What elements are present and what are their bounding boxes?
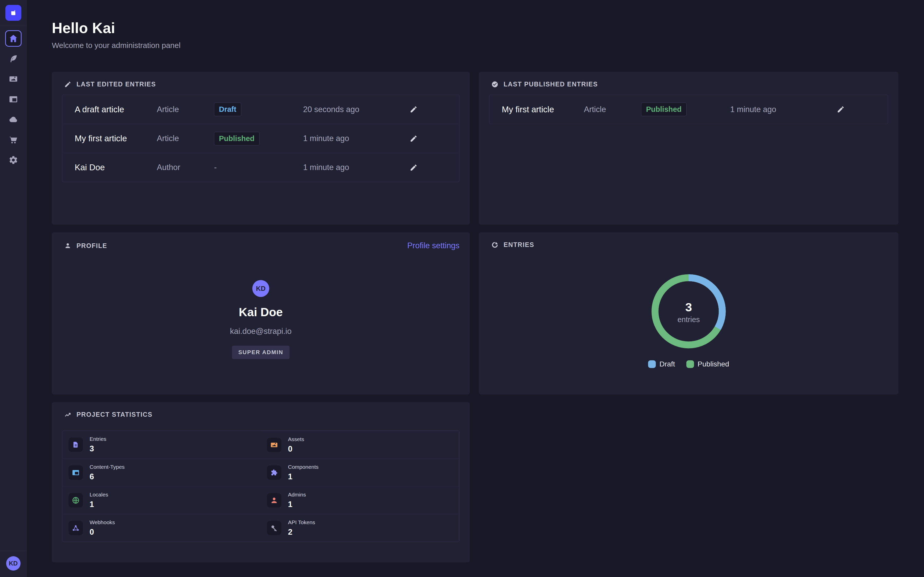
profile-header: PROFILE Profile settings xyxy=(62,241,459,250)
stat-value: 3 xyxy=(90,444,106,453)
role-badge: SUPER ADMIN xyxy=(232,346,289,359)
table-row[interactable]: My first article Article Published 1 min… xyxy=(62,124,459,153)
entry-kind: Article xyxy=(157,134,214,143)
stat-label: Admins xyxy=(288,492,306,498)
stat-icon-box xyxy=(267,438,281,452)
entry-title: Kai Doe xyxy=(75,163,157,172)
sidebar-item-marketplace[interactable] xyxy=(5,132,21,148)
stat-text: API Tokens 2 xyxy=(288,519,315,537)
sidebar-item-settings[interactable] xyxy=(5,152,21,168)
sidebar-item-content-type-builder[interactable] xyxy=(5,91,21,108)
profile-name: Kai Doe xyxy=(239,305,283,319)
sidebar-item-content-manager[interactable] xyxy=(5,50,21,67)
webhooks-stat-icon xyxy=(72,524,80,532)
entries-panel: ENTRIES 3 entries Draft xyxy=(479,232,898,395)
last-edited-table: A draft article Article Draft 20 seconds… xyxy=(62,95,459,182)
entry-status-cell: - xyxy=(214,163,303,172)
stat-text: Admins 1 xyxy=(288,492,306,509)
entry-time: 1 minute ago xyxy=(730,105,837,114)
stat-cell: Assets 0 xyxy=(261,431,459,459)
stat-label: Webhooks xyxy=(90,519,115,525)
assets-stat-icon xyxy=(270,441,278,449)
page-subtitle: Welcome to your administration panel xyxy=(52,41,898,50)
feather-icon xyxy=(8,54,18,64)
content-types-stat-icon xyxy=(72,469,80,477)
images-icon xyxy=(8,74,18,84)
stat-label: Entries xyxy=(90,436,106,442)
legend-label: Published xyxy=(698,360,729,368)
table-row[interactable]: A draft article Article Draft 20 seconds… xyxy=(62,95,459,124)
entries-donut-chart: 3 entries xyxy=(650,273,727,351)
edit-entry-button[interactable] xyxy=(410,164,459,172)
pencil-icon xyxy=(410,135,418,143)
sidebar-item-cloud[interactable] xyxy=(5,111,21,128)
legend-label: Draft xyxy=(659,360,675,368)
panel-title: LAST EDITED ENTRIES xyxy=(76,81,156,88)
stat-icon-box xyxy=(68,466,83,480)
legend-chip xyxy=(648,360,656,368)
entry-time: 20 seconds ago xyxy=(303,105,410,114)
stat-cell: API Tokens 2 xyxy=(261,514,459,542)
stat-icon-box xyxy=(267,466,281,480)
stat-text: Content-Types 6 xyxy=(90,464,125,481)
profile-body: KD Kai Doe kai.doe@strapi.io SUPER ADMIN xyxy=(62,280,459,359)
stat-text: Assets 0 xyxy=(288,436,304,454)
stat-text: Locales 1 xyxy=(90,492,108,509)
page-header: Hello Kai Welcome to your administration… xyxy=(52,19,898,50)
panel-title: LAST PUBLISHED ENTRIES xyxy=(504,81,598,88)
table-row[interactable]: My first article Article Published 1 min… xyxy=(489,95,888,124)
last-published-table: My first article Article Published 1 min… xyxy=(489,95,888,124)
entry-status-cell: Draft xyxy=(214,103,303,116)
trending-up-icon xyxy=(64,411,71,418)
legend-item-Published: Published xyxy=(687,360,729,368)
home-icon xyxy=(8,34,18,44)
stat-cell: Components 1 xyxy=(261,459,459,486)
edit-entry-button[interactable] xyxy=(410,105,459,113)
edit-entry-button[interactable] xyxy=(410,135,459,143)
stat-icon-box xyxy=(68,521,83,535)
cloud-icon xyxy=(8,114,18,124)
donut-label: entries xyxy=(677,316,699,324)
profile-panel: PROFILE Profile settings KD Kai Doe kai.… xyxy=(52,232,470,395)
chart-icon xyxy=(491,241,498,248)
user-icon xyxy=(64,242,71,249)
user-avatar[interactable]: KD xyxy=(6,556,21,571)
stat-value: 0 xyxy=(288,445,304,454)
legend-chip xyxy=(687,360,694,368)
stat-text: Entries 3 xyxy=(90,436,106,453)
donut-value: 3 xyxy=(685,300,692,314)
panel-title: PROJECT STATISTICS xyxy=(76,411,152,418)
stat-value: 1 xyxy=(90,500,108,509)
stat-text: Components 1 xyxy=(288,464,318,481)
stats-grid: Entries 3 Assets 0 xyxy=(62,430,459,542)
stat-text: Webhooks 0 xyxy=(90,519,115,537)
sidebar-nav xyxy=(5,26,21,168)
entry-title: A draft article xyxy=(75,105,157,114)
entries-header: ENTRIES xyxy=(489,241,888,248)
api-tokens-stat-icon xyxy=(270,524,278,532)
status-badge: Published xyxy=(641,103,687,116)
stat-value: 1 xyxy=(288,500,306,509)
strapi-logo[interactable] xyxy=(5,5,21,21)
stat-icon-box xyxy=(267,493,281,508)
admins-stat-icon xyxy=(270,496,278,504)
stat-label: Content-Types xyxy=(90,464,125,470)
table-row[interactable]: Kai Doe Author - 1 minute ago xyxy=(62,153,459,182)
last-edited-entries-panel: LAST EDITED ENTRIES A draft article Arti… xyxy=(52,72,470,225)
stat-label: Locales xyxy=(90,492,108,498)
sidebar-item-home[interactable] xyxy=(5,30,21,47)
project-statistics-header: PROJECT STATISTICS xyxy=(62,411,459,418)
last-published-entries-panel: LAST PUBLISHED ENTRIES My first article … xyxy=(479,72,898,225)
pencil-icon xyxy=(410,164,418,172)
profile-settings-link[interactable]: Profile settings xyxy=(407,241,459,250)
stat-icon-box xyxy=(68,437,83,452)
stat-cell: Locales 1 xyxy=(62,486,261,514)
stat-cell: Content-Types 6 xyxy=(62,459,261,486)
sidebar-bottom: KD xyxy=(0,551,26,577)
entry-time: 1 minute ago xyxy=(303,163,410,172)
edit-entry-button[interactable] xyxy=(837,105,888,113)
donut-center: 3 entries xyxy=(650,273,727,351)
profile-email: kai.doe@strapi.io xyxy=(230,327,292,336)
stat-label: API Tokens xyxy=(288,519,315,525)
sidebar-item-media-library[interactable] xyxy=(5,71,21,87)
